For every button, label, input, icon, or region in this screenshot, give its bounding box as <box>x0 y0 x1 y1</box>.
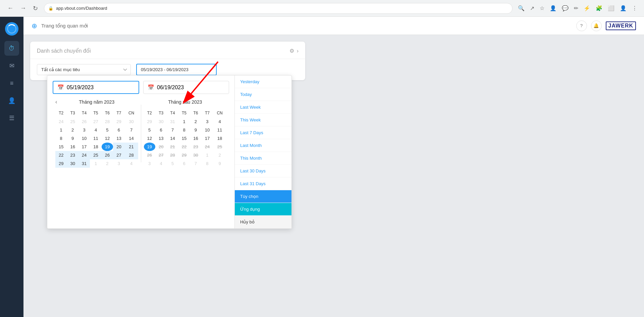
calendar-day[interactable]: 23 <box>67 151 78 159</box>
avatar-btn[interactable]: 👤 <box>619 4 628 13</box>
calendar-day[interactable]: 31 <box>167 117 178 126</box>
calendar-day[interactable]: 2 <box>213 151 226 159</box>
calendar-day[interactable]: 10 <box>78 134 90 143</box>
profile-icon-btn[interactable]: 👤 <box>548 4 558 13</box>
calendar-day[interactable]: 5 <box>167 159 178 168</box>
calendar-day[interactable]: 27 <box>155 151 167 159</box>
calendar-day[interactable]: 30 <box>155 117 167 126</box>
quick-select-this-week[interactable]: This Week <box>235 114 291 126</box>
calendar-day[interactable]: 21 <box>167 143 178 151</box>
calendar-day[interactable]: 24 <box>55 117 67 126</box>
sidebar-item-contacts[interactable]: 👤 <box>4 93 19 108</box>
calendar-day[interactable]: 14 <box>167 134 178 143</box>
calendar-day[interactable]: 30 <box>125 117 138 126</box>
calendar-day[interactable]: 3 <box>78 126 90 134</box>
calendar-day[interactable]: 3 <box>144 159 155 168</box>
calendar-day[interactable]: 16 <box>67 143 78 151</box>
menu-btn[interactable]: ⋮ <box>631 4 639 13</box>
date-range-input[interactable] <box>136 64 217 75</box>
calendar-day[interactable]: 1 <box>178 117 190 126</box>
calendar-day[interactable]: 20 <box>155 143 167 151</box>
calendar-day[interactable]: 21 <box>125 143 138 151</box>
calendar-day[interactable]: 2 <box>67 126 78 134</box>
calendar-day[interactable]: 17 <box>78 143 90 151</box>
calendar-day[interactable]: 9 <box>213 159 226 168</box>
calendar-day[interactable]: 13 <box>155 134 167 143</box>
calendar-day[interactable]: 8 <box>55 134 67 143</box>
calendar-day[interactable]: 4 <box>213 117 226 126</box>
help-button[interactable]: ? <box>576 20 587 31</box>
calendar-day[interactable]: 19 <box>102 143 113 151</box>
calendar-day[interactable]: 20 <box>113 143 124 151</box>
bookmark-button[interactable]: ☆ <box>538 4 546 13</box>
calendar-day[interactable]: 16 <box>190 134 201 143</box>
calendar-day[interactable]: 8 <box>202 159 213 168</box>
calendar-day[interactable]: 29 <box>113 117 124 126</box>
calendar-day[interactable]: 1 <box>90 159 101 168</box>
calendar-day[interactable]: 30 <box>67 159 78 168</box>
calendar-day[interactable]: 13 <box>113 134 124 143</box>
calendar-day[interactable]: 7 <box>167 126 178 134</box>
calendar-day[interactable]: 2 <box>190 117 201 126</box>
zoom-button[interactable]: 🔍 <box>517 4 526 13</box>
calendar-day[interactable]: 25 <box>67 117 78 126</box>
calendar-day[interactable]: 25 <box>213 143 226 151</box>
chat-icon-btn[interactable]: 💬 <box>560 4 570 13</box>
calendar-day[interactable]: 6 <box>155 126 167 134</box>
sidebar-item-dashboard[interactable]: ⏱ <box>4 41 19 56</box>
widget-expand-button[interactable]: › <box>297 48 299 54</box>
quick-select-last-month[interactable]: Last Month <box>235 139 291 152</box>
calendar-day[interactable]: 24 <box>202 143 213 151</box>
sidebar-item-lists[interactable]: ≡ <box>4 76 19 91</box>
address-bar[interactable]: 🔒 app.vbout.com/Dashboard <box>44 3 513 14</box>
calendar-day[interactable]: 4 <box>125 159 138 168</box>
calendar-day[interactable]: 7 <box>125 126 138 134</box>
calendar-day[interactable]: 6 <box>178 159 190 168</box>
calendar-day[interactable]: 22 <box>55 151 67 159</box>
quick-select-this-month[interactable]: This Month <box>235 152 291 165</box>
calendar-day[interactable]: 27 <box>90 117 101 126</box>
sidebar-item-email[interactable]: ✉ <box>4 58 19 73</box>
calendar-day[interactable]: 24 <box>78 151 90 159</box>
calendar-day[interactable]: 28 <box>167 151 178 159</box>
goal-dropdown[interactable]: Tất cả các mục tiêu <box>37 64 131 75</box>
cancel-button[interactable]: Hủy bỏ <box>235 216 291 228</box>
quick-select-last-7-days[interactable]: Last 7 Days <box>235 126 291 139</box>
reload-button[interactable]: ↻ <box>31 3 40 13</box>
calendar-day[interactable]: 10 <box>202 126 213 134</box>
calendar-day[interactable]: 5 <box>144 126 155 134</box>
calendar-day[interactable]: 5 <box>102 126 113 134</box>
calendar-day[interactable]: 29 <box>144 117 155 126</box>
calendar-day[interactable]: 12 <box>144 134 155 143</box>
calendar-day[interactable]: 1 <box>202 151 213 159</box>
calendar-day[interactable]: 15 <box>178 134 190 143</box>
calendar-day[interactable]: 17 <box>202 134 213 143</box>
calendar-day[interactable]: 31 <box>78 159 90 168</box>
calendar-day[interactable]: 27 <box>113 151 124 159</box>
quick-select-custom[interactable]: Tùy chọn <box>235 190 291 203</box>
forward-button[interactable]: → <box>18 3 28 13</box>
lightning-icon-btn[interactable]: ⚡ <box>582 4 592 13</box>
calendar-day[interactable]: 28 <box>125 151 138 159</box>
calendar-day[interactable]: 2 <box>102 159 113 168</box>
calendar-day[interactable]: 30 <box>190 151 201 159</box>
calendar-day[interactable]: 18 <box>90 143 101 151</box>
calendar-day[interactable]: 11 <box>213 126 226 134</box>
calendar-day[interactable]: 19 <box>144 143 155 151</box>
add-dashboard-button[interactable]: ⊕ <box>32 22 37 30</box>
share-button[interactable]: ↗ <box>529 4 536 13</box>
widget-gear-button[interactable]: ⚙ <box>289 48 294 54</box>
end-date-field[interactable]: 📅 06/19/2023 <box>143 81 229 94</box>
calendar-day[interactable]: 1 <box>55 126 67 134</box>
back-button[interactable]: ← <box>5 3 15 13</box>
quick-select-last-30-days[interactable]: Last 30 Days <box>235 165 291 177</box>
quick-select-today[interactable]: Today <box>235 88 291 101</box>
quick-select-yesterday[interactable]: Yesterday <box>235 75 291 88</box>
quick-select-last-week[interactable]: Last Week <box>235 101 291 114</box>
prev-month-button[interactable]: ‹ <box>55 99 57 105</box>
puzzle-icon-btn[interactable]: 🧩 <box>594 4 604 13</box>
calendar-day[interactable]: 28 <box>102 117 113 126</box>
calendar-day[interactable]: 26 <box>102 151 113 159</box>
calendar-day[interactable]: 29 <box>178 151 190 159</box>
calendar-day[interactable]: 26 <box>78 117 90 126</box>
